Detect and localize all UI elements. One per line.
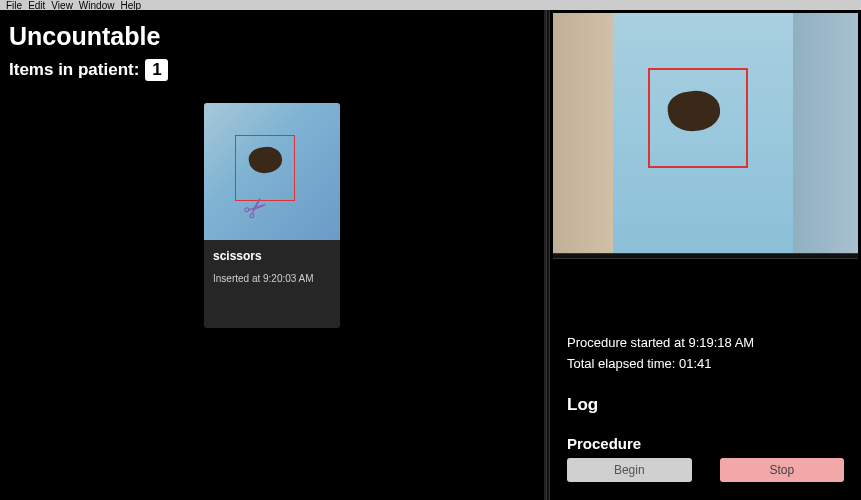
app-container: Uncountable Items in patient: 1 scissors… xyxy=(0,10,861,500)
items-row: Items in patient: 1 xyxy=(9,59,535,81)
stop-button[interactable]: Stop xyxy=(720,458,845,482)
card-detail: Inserted at 9:20:03 AM xyxy=(213,273,331,284)
card-title: scissors xyxy=(213,249,331,263)
card-body: scissors Inserted at 9:20:03 AM xyxy=(204,240,340,328)
menu-window[interactable]: Window xyxy=(76,0,118,11)
card-area: scissors Inserted at 9:20:03 AM xyxy=(9,103,535,328)
begin-button[interactable]: Begin xyxy=(567,458,692,482)
procedure-started-text: Procedure started at 9:19:18 AM xyxy=(567,335,844,350)
video-feed xyxy=(553,13,858,253)
procedure-heading: Procedure xyxy=(567,435,844,452)
left-panel: Uncountable Items in patient: 1 scissors… xyxy=(0,10,546,500)
app-title: Uncountable xyxy=(9,22,535,51)
items-count: 1 xyxy=(145,59,168,81)
items-label: Items in patient: xyxy=(9,60,139,80)
detected-object-icon xyxy=(247,144,284,175)
info-top: Procedure started at 9:19:18 AM Total el… xyxy=(567,269,844,435)
menu-file[interactable]: File xyxy=(3,0,25,11)
video-bg-left xyxy=(553,13,613,253)
card-thumbnail xyxy=(204,103,340,240)
scissors-icon xyxy=(244,192,294,222)
menubar: File Edit View Window Help xyxy=(0,0,861,10)
elapsed-time-text: Total elapsed time: 01:41 xyxy=(567,356,844,371)
menu-help[interactable]: Help xyxy=(117,0,144,11)
log-heading: Log xyxy=(567,395,844,415)
menu-edit[interactable]: Edit xyxy=(25,0,48,11)
video-bg-right xyxy=(793,13,858,253)
button-row: Begin Stop xyxy=(567,458,844,482)
item-card[interactable]: scissors Inserted at 9:20:03 AM xyxy=(204,103,340,328)
menu-view[interactable]: View xyxy=(48,0,76,11)
info-section: Procedure started at 9:19:18 AM Total el… xyxy=(553,259,858,492)
right-panel: Procedure started at 9:19:18 AM Total el… xyxy=(550,10,861,500)
